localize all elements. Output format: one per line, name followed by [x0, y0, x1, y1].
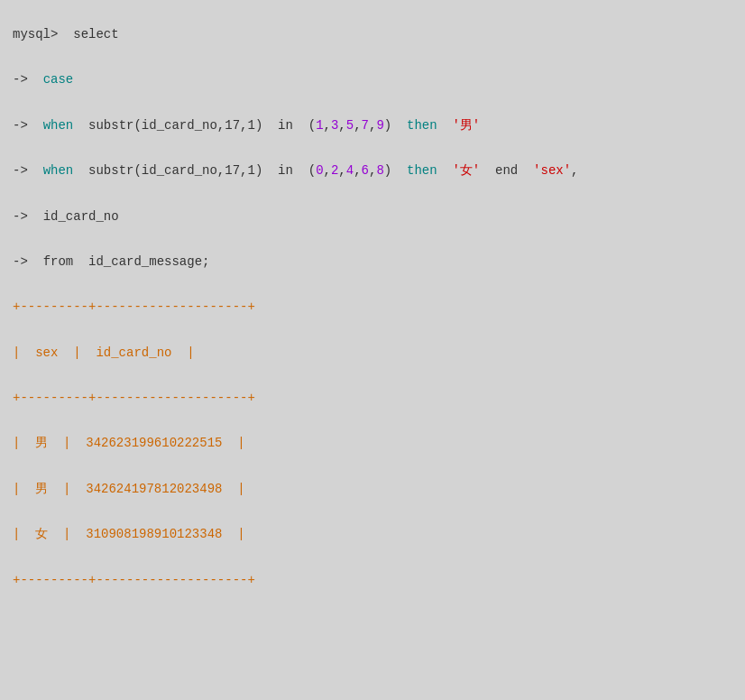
blank-line-8 [13, 364, 732, 387]
row3-sex: 女 [35, 527, 48, 541]
row3-id: 310908198910123348 [86, 527, 222, 541]
num-1: 1 [316, 118, 323, 133]
table-border-bottom: +---------+--------------------+ [13, 569, 732, 592]
when-keyword-2: when [43, 163, 74, 178]
when1-line: -> when substr(id_card_no,17,1) in (1,3,… [13, 115, 732, 137]
then-keyword-1: then [407, 118, 437, 133]
then-keyword-2: then [407, 163, 437, 178]
row2-sex: 男 [35, 482, 48, 496]
end-keyword: end [495, 163, 518, 178]
arrow-5: -> [13, 254, 28, 269]
in-keyword-2: in [278, 163, 293, 178]
blank-line-2 [13, 92, 732, 115]
case-line: -> case [13, 69, 732, 91]
arrow-1: -> [13, 72, 28, 87]
blank-line-12 [13, 546, 732, 568]
num-10: 8 [376, 163, 383, 178]
id-card-no-field: id_card_no [43, 209, 119, 224]
row1-sex: 男 [35, 436, 48, 450]
field-line: -> id_card_no [13, 206, 732, 228]
substr-func-1: substr(id_card_no,17,1) [88, 118, 262, 133]
sex-alias: 'sex' [533, 163, 571, 178]
num-3: 5 [346, 118, 354, 133]
when2-line: -> when substr(id_card_no,17,1) in (0,2,… [13, 160, 732, 182]
blank-line-11 [13, 501, 732, 523]
substr-func-2: substr(id_card_no,17,1) [88, 163, 262, 178]
blank-line-6 [13, 273, 732, 296]
row1-id: 342623199610222515 [86, 436, 222, 450]
in-keyword-1: in [278, 118, 293, 133]
num-8: 4 [346, 163, 354, 178]
blank-line-4 [13, 182, 732, 205]
blank-line-7 [13, 318, 732, 341]
blank-line-9 [13, 410, 732, 432]
from-line: -> from id_card_message; [13, 251, 732, 273]
arrow-2: -> [13, 118, 28, 133]
blank-line-3 [13, 137, 732, 160]
table-name: id_card_message; [88, 254, 209, 269]
select-keyword: select [58, 27, 118, 41]
table-row-2: | 男 | 342624197812023498 | [13, 478, 732, 501]
table-row-3: | 女 | 310908198910123348 | [13, 523, 732, 546]
when-keyword-1: when [43, 118, 74, 133]
table-border-top: +---------+--------------------+ [13, 296, 732, 318]
table-row-1: | 男 | 342623199610222515 | [13, 432, 732, 455]
row2-id: 342624197812023498 [86, 482, 222, 496]
arrow-4: -> [13, 209, 28, 224]
num-4: 7 [362, 118, 369, 133]
terminal: mysql> select -> case -> when substr(id_… [0, 14, 745, 700]
table-header-row: | sex | id_card_no | [13, 342, 732, 364]
blank-line-1 [13, 46, 732, 69]
num-6: 0 [316, 163, 323, 178]
from-keyword: from [43, 254, 74, 269]
case-keyword: case [43, 72, 74, 87]
female-val: '女' [452, 163, 480, 178]
command-line: mysql> select [13, 23, 732, 46]
blank-line-10 [13, 456, 732, 478]
mysql-prompt: mysql> [13, 27, 58, 41]
arrow-3: -> [13, 163, 28, 178]
blank-line-5 [13, 228, 732, 251]
table-border-mid: +---------+--------------------+ [13, 387, 732, 410]
num-5: 9 [376, 118, 383, 133]
num-9: 6 [362, 163, 369, 178]
male-val: '男' [452, 118, 480, 133]
paren-1: ( [308, 118, 316, 133]
